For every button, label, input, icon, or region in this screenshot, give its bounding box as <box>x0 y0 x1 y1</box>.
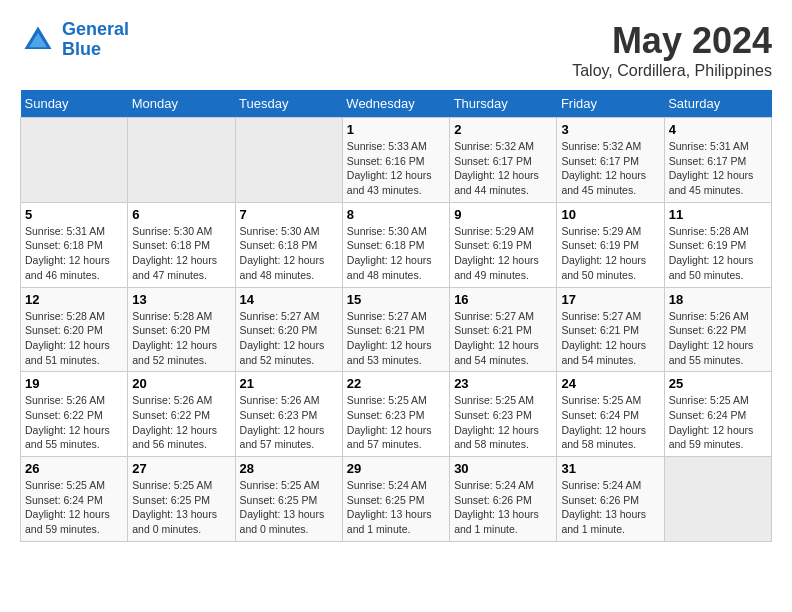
calendar-cell <box>664 457 771 542</box>
week-row-5: 26Sunrise: 5:25 AM Sunset: 6:24 PM Dayli… <box>21 457 772 542</box>
week-row-2: 5Sunrise: 5:31 AM Sunset: 6:18 PM Daylig… <box>21 202 772 287</box>
day-info: Sunrise: 5:25 AM Sunset: 6:23 PM Dayligh… <box>454 393 552 452</box>
day-number: 27 <box>132 461 230 476</box>
day-info: Sunrise: 5:25 AM Sunset: 6:25 PM Dayligh… <box>240 478 338 537</box>
calendar-header-row: SundayMondayTuesdayWednesdayThursdayFrid… <box>21 90 772 118</box>
calendar-cell: 20Sunrise: 5:26 AM Sunset: 6:22 PM Dayli… <box>128 372 235 457</box>
calendar-cell: 1Sunrise: 5:33 AM Sunset: 6:16 PM Daylig… <box>342 118 449 203</box>
day-number: 3 <box>561 122 659 137</box>
calendar-cell: 14Sunrise: 5:27 AM Sunset: 6:20 PM Dayli… <box>235 287 342 372</box>
calendar-cell: 10Sunrise: 5:29 AM Sunset: 6:19 PM Dayli… <box>557 202 664 287</box>
day-info: Sunrise: 5:32 AM Sunset: 6:17 PM Dayligh… <box>454 139 552 198</box>
day-info: Sunrise: 5:24 AM Sunset: 6:25 PM Dayligh… <box>347 478 445 537</box>
calendar-cell: 11Sunrise: 5:28 AM Sunset: 6:19 PM Dayli… <box>664 202 771 287</box>
day-info: Sunrise: 5:25 AM Sunset: 6:24 PM Dayligh… <box>669 393 767 452</box>
week-row-3: 12Sunrise: 5:28 AM Sunset: 6:20 PM Dayli… <box>21 287 772 372</box>
day-number: 1 <box>347 122 445 137</box>
day-info: Sunrise: 5:28 AM Sunset: 6:19 PM Dayligh… <box>669 224 767 283</box>
day-info: Sunrise: 5:25 AM Sunset: 6:23 PM Dayligh… <box>347 393 445 452</box>
header-wednesday: Wednesday <box>342 90 449 118</box>
calendar-cell: 28Sunrise: 5:25 AM Sunset: 6:25 PM Dayli… <box>235 457 342 542</box>
week-row-1: 1Sunrise: 5:33 AM Sunset: 6:16 PM Daylig… <box>21 118 772 203</box>
calendar-cell: 9Sunrise: 5:29 AM Sunset: 6:19 PM Daylig… <box>450 202 557 287</box>
day-number: 6 <box>132 207 230 222</box>
day-info: Sunrise: 5:31 AM Sunset: 6:17 PM Dayligh… <box>669 139 767 198</box>
day-number: 22 <box>347 376 445 391</box>
calendar-cell: 7Sunrise: 5:30 AM Sunset: 6:18 PM Daylig… <box>235 202 342 287</box>
day-info: Sunrise: 5:27 AM Sunset: 6:21 PM Dayligh… <box>561 309 659 368</box>
day-info: Sunrise: 5:25 AM Sunset: 6:24 PM Dayligh… <box>561 393 659 452</box>
header-sunday: Sunday <box>21 90 128 118</box>
logo-icon <box>20 22 56 58</box>
day-info: Sunrise: 5:30 AM Sunset: 6:18 PM Dayligh… <box>132 224 230 283</box>
day-number: 25 <box>669 376 767 391</box>
day-number: 2 <box>454 122 552 137</box>
calendar-cell: 6Sunrise: 5:30 AM Sunset: 6:18 PM Daylig… <box>128 202 235 287</box>
calendar-cell: 18Sunrise: 5:26 AM Sunset: 6:22 PM Dayli… <box>664 287 771 372</box>
day-number: 18 <box>669 292 767 307</box>
header-monday: Monday <box>128 90 235 118</box>
calendar-cell: 31Sunrise: 5:24 AM Sunset: 6:26 PM Dayli… <box>557 457 664 542</box>
day-info: Sunrise: 5:26 AM Sunset: 6:23 PM Dayligh… <box>240 393 338 452</box>
day-number: 8 <box>347 207 445 222</box>
day-info: Sunrise: 5:28 AM Sunset: 6:20 PM Dayligh… <box>25 309 123 368</box>
day-number: 10 <box>561 207 659 222</box>
day-info: Sunrise: 5:28 AM Sunset: 6:20 PM Dayligh… <box>132 309 230 368</box>
day-number: 12 <box>25 292 123 307</box>
header-tuesday: Tuesday <box>235 90 342 118</box>
day-number: 17 <box>561 292 659 307</box>
day-info: Sunrise: 5:32 AM Sunset: 6:17 PM Dayligh… <box>561 139 659 198</box>
calendar-cell: 29Sunrise: 5:24 AM Sunset: 6:25 PM Dayli… <box>342 457 449 542</box>
header-thursday: Thursday <box>450 90 557 118</box>
calendar-cell: 30Sunrise: 5:24 AM Sunset: 6:26 PM Dayli… <box>450 457 557 542</box>
calendar-cell: 24Sunrise: 5:25 AM Sunset: 6:24 PM Dayli… <box>557 372 664 457</box>
calendar-cell: 21Sunrise: 5:26 AM Sunset: 6:23 PM Dayli… <box>235 372 342 457</box>
header-friday: Friday <box>557 90 664 118</box>
day-info: Sunrise: 5:26 AM Sunset: 6:22 PM Dayligh… <box>25 393 123 452</box>
header-saturday: Saturday <box>664 90 771 118</box>
day-number: 13 <box>132 292 230 307</box>
day-info: Sunrise: 5:24 AM Sunset: 6:26 PM Dayligh… <box>454 478 552 537</box>
calendar-cell: 2Sunrise: 5:32 AM Sunset: 6:17 PM Daylig… <box>450 118 557 203</box>
day-number: 28 <box>240 461 338 476</box>
day-info: Sunrise: 5:26 AM Sunset: 6:22 PM Dayligh… <box>669 309 767 368</box>
calendar-cell: 8Sunrise: 5:30 AM Sunset: 6:18 PM Daylig… <box>342 202 449 287</box>
calendar-cell: 25Sunrise: 5:25 AM Sunset: 6:24 PM Dayli… <box>664 372 771 457</box>
calendar-cell: 15Sunrise: 5:27 AM Sunset: 6:21 PM Dayli… <box>342 287 449 372</box>
calendar-cell <box>21 118 128 203</box>
logo-line2: Blue <box>62 39 101 59</box>
calendar-cell: 26Sunrise: 5:25 AM Sunset: 6:24 PM Dayli… <box>21 457 128 542</box>
day-info: Sunrise: 5:27 AM Sunset: 6:21 PM Dayligh… <box>347 309 445 368</box>
day-info: Sunrise: 5:24 AM Sunset: 6:26 PM Dayligh… <box>561 478 659 537</box>
day-number: 15 <box>347 292 445 307</box>
day-number: 24 <box>561 376 659 391</box>
day-info: Sunrise: 5:25 AM Sunset: 6:24 PM Dayligh… <box>25 478 123 537</box>
calendar-cell: 12Sunrise: 5:28 AM Sunset: 6:20 PM Dayli… <box>21 287 128 372</box>
day-number: 16 <box>454 292 552 307</box>
day-info: Sunrise: 5:30 AM Sunset: 6:18 PM Dayligh… <box>347 224 445 283</box>
logo-text: General Blue <box>62 20 129 60</box>
month-title: May 2024 <box>572 20 772 62</box>
day-info: Sunrise: 5:29 AM Sunset: 6:19 PM Dayligh… <box>561 224 659 283</box>
title-block: May 2024 Taloy, Cordillera, Philippines <box>572 20 772 80</box>
calendar-cell: 17Sunrise: 5:27 AM Sunset: 6:21 PM Dayli… <box>557 287 664 372</box>
calendar-cell: 13Sunrise: 5:28 AM Sunset: 6:20 PM Dayli… <box>128 287 235 372</box>
day-number: 5 <box>25 207 123 222</box>
day-number: 4 <box>669 122 767 137</box>
calendar-cell: 3Sunrise: 5:32 AM Sunset: 6:17 PM Daylig… <box>557 118 664 203</box>
calendar-cell <box>128 118 235 203</box>
day-number: 14 <box>240 292 338 307</box>
logo: General Blue <box>20 20 129 60</box>
day-info: Sunrise: 5:27 AM Sunset: 6:20 PM Dayligh… <box>240 309 338 368</box>
calendar-cell: 19Sunrise: 5:26 AM Sunset: 6:22 PM Dayli… <box>21 372 128 457</box>
calendar-cell: 23Sunrise: 5:25 AM Sunset: 6:23 PM Dayli… <box>450 372 557 457</box>
day-info: Sunrise: 5:31 AM Sunset: 6:18 PM Dayligh… <box>25 224 123 283</box>
day-number: 20 <box>132 376 230 391</box>
page-header: General Blue May 2024 Taloy, Cordillera,… <box>20 20 772 80</box>
day-number: 31 <box>561 461 659 476</box>
day-number: 26 <box>25 461 123 476</box>
day-number: 19 <box>25 376 123 391</box>
calendar-cell: 16Sunrise: 5:27 AM Sunset: 6:21 PM Dayli… <box>450 287 557 372</box>
day-info: Sunrise: 5:33 AM Sunset: 6:16 PM Dayligh… <box>347 139 445 198</box>
day-info: Sunrise: 5:30 AM Sunset: 6:18 PM Dayligh… <box>240 224 338 283</box>
